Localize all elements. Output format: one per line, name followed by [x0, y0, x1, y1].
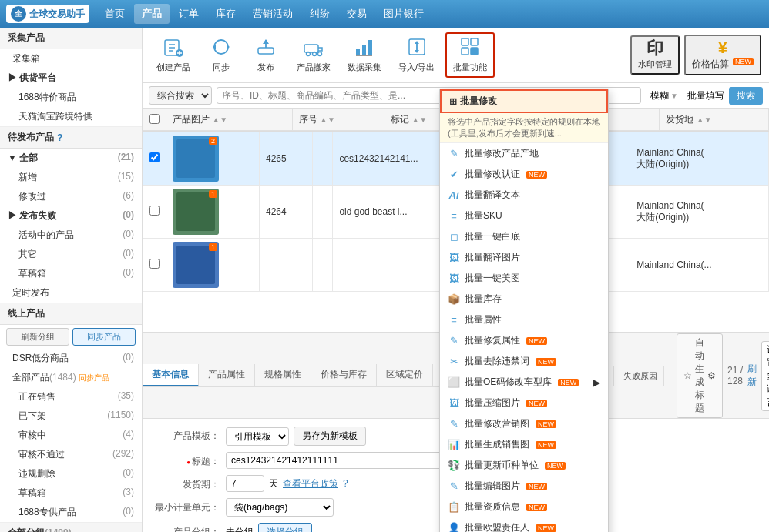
filter-sort-icon[interactable]: ▼ [670, 92, 678, 100]
detail-tabs: 基本信息 产品属性 规格属性 价格与库存 区域定价 详... [143, 364, 469, 387]
template-select[interactable]: 引用模板 [226, 427, 289, 446]
translate-img-icon: 🖼 [448, 252, 460, 263]
sidebar-item-active-products[interactable]: 活动中的产品 (0) [0, 226, 142, 245]
bulk-menu-item-sku[interactable]: ≡ 批量SKU [440, 206, 608, 226]
sidebar-item-pending-modified[interactable]: 修改过 (6) [0, 187, 142, 206]
delivery-label: 发货期： [150, 475, 220, 491]
sidebar-item-pending-all[interactable]: ▼ 全部 (21) [0, 149, 142, 168]
bulk-menu-item-inventory[interactable]: 📦 批量库存 [440, 289, 608, 309]
row1-checkbox[interactable] [149, 152, 160, 162]
bulk-menu-item-edit-img[interactable]: ✎ 批量编辑图片 NEW [440, 476, 608, 497]
sidebar-item-taobao[interactable]: 天猫淘宝跨境特供 [0, 107, 142, 126]
other-count: (0) [123, 248, 134, 261]
tab-product-attrs[interactable]: 产品属性 [199, 364, 255, 386]
bulk-menu-item-marketing-img[interactable]: ✎ 批量修改营销图 NEW [440, 413, 608, 434]
bulk-menu-item-remove-banned[interactable]: ✂ 批量去除违禁词 NEW [440, 351, 608, 372]
create-product-button[interactable]: 创建产品 [150, 34, 196, 76]
nav-marketing[interactable]: 营销活动 [245, 4, 301, 24]
sidebar-item-1688[interactable]: 1688特价商品 [0, 88, 142, 107]
bulk-menu-item-origin[interactable]: ✎ 批量修改产品产地 [440, 143, 608, 164]
tab-basic-info[interactable]: 基本信息 [143, 364, 199, 386]
nav-home[interactable]: 首页 [97, 4, 133, 24]
seq-sort[interactable]: ▲▼ [320, 115, 335, 124]
watermark-button[interactable]: 印 水印管理 [630, 35, 680, 75]
bulk-menu-item-oe-code[interactable]: ⬜ 批量OE码修改车型库 NEW ▶ [440, 372, 608, 393]
sidebar-item-publish-failed[interactable]: ▶ 发布失败 (0) [0, 206, 142, 226]
draft-count: (0) [123, 267, 134, 280]
svg-point-13 [307, 52, 311, 56]
tab-spec-attrs[interactable]: 规格属性 [255, 364, 311, 386]
bulk-menu-item-beauty-img[interactable]: 🖼 批量一键美图 [440, 268, 608, 289]
sidebar-item-pending-new[interactable]: 新增 (15) [0, 168, 142, 187]
sidebar-item-review-failed[interactable]: 审核不通过 (292) [0, 445, 142, 464]
auto-gen-title-button[interactable]: ☆ 自动生成标题 ⚙ [677, 333, 723, 418]
bulk-eu-rep-label: 批量欧盟责任人 [465, 521, 529, 532]
sidebar-item-on-sale[interactable]: 正在销售 (35) [0, 387, 142, 407]
select-all-checkbox[interactable] [149, 114, 160, 124]
bulk-menu-item-sales-img[interactable]: 📊 批量生成销售图 NEW [440, 434, 608, 455]
scrape-button[interactable]: 产品搬家 [290, 34, 337, 76]
bulk-menu-item-attrs[interactable]: ≡ 批量属性 [440, 309, 608, 330]
currency-icon: 💱 [448, 460, 460, 471]
nav-products[interactable]: 产品 [134, 4, 170, 24]
sidebar-item-collect-box[interactable]: 采集箱 [0, 49, 142, 69]
sidebar-item-offline[interactable]: 已下架 (1150) [0, 407, 142, 426]
row3-checkbox[interactable] [149, 259, 160, 269]
bulk-menu-item-white-bg[interactable]: ◻ 批量一键白底 [440, 226, 608, 247]
delivery-input[interactable] [226, 475, 264, 492]
bulk-menu-item-fix-attrs[interactable]: ✎ 批量修复属性 NEW [440, 330, 608, 351]
tab-region-price[interactable]: 区域定价 [377, 364, 433, 386]
row2-checkbox[interactable] [149, 206, 160, 216]
sidebar-item-online-draft[interactable]: 草稿箱 (3) [0, 483, 142, 503]
save-as-template-button[interactable]: 另存为新模板 [294, 427, 366, 446]
sync-button[interactable]: 同步 [201, 34, 241, 76]
data-collect-button[interactable]: 数据采集 [341, 34, 388, 76]
bulk-menu-item-translate[interactable]: Ai 批量翻译文本 [440, 185, 608, 206]
import-export-label: 导入/导出 [398, 62, 435, 73]
nav-disputes[interactable]: 纠纷 [302, 4, 337, 24]
mark-sort[interactable]: ▲▼ [411, 115, 427, 124]
sidebar-item-draft[interactable]: 草稿箱 (0) [0, 264, 142, 283]
bulk-menu-item-translate-img[interactable]: 🖼 批量翻译图片 [440, 247, 608, 268]
sidebar-item-dsr[interactable]: DSR低分商品 (0) [0, 349, 142, 368]
sidebar-item-reviewing[interactable]: 审核中 (4) [0, 426, 142, 445]
sidebar-item-all-products[interactable]: 全部产品(1484) 同步产品 [0, 368, 142, 387]
sync-products-button[interactable]: 同步产品 [72, 328, 136, 346]
delivery-policy-link[interactable]: 查看平台政策 [283, 477, 338, 490]
country-sort[interactable]: ▲▼ [697, 115, 712, 124]
on-sale-count: (35) [118, 390, 134, 403]
image-sort[interactable]: ▲▼ [212, 115, 227, 124]
min-order-select[interactable]: 袋(bag/bags) [226, 498, 334, 517]
bulk-function-button[interactable]: 批量功能 [445, 32, 495, 78]
sidebar-item-supply-platform[interactable]: ▶ 供货平台 [0, 69, 142, 88]
refresh-button[interactable]: 刷新 [747, 363, 757, 389]
sidebar-item-1688-exclusive[interactable]: 1688专供产品 (0) [0, 503, 142, 522]
search-type-select[interactable]: 综合搜索 [149, 86, 212, 105]
bulk-menu-item-compress-img[interactable]: 🖼 批量压缩图片 NEW [440, 393, 608, 413]
import-export-button[interactable]: 导入/导出 [392, 34, 441, 76]
sidebar-item-other[interactable]: 其它 (0) [0, 245, 142, 264]
sidebar-item-violation-deleted[interactable]: 违规删除 (0) [0, 464, 142, 483]
group-value: 未分组 [226, 526, 254, 532]
title-input[interactable] [226, 452, 457, 469]
bulk-menu-item-currency[interactable]: 💱 批量更新币种单位 NEW [440, 455, 608, 476]
sidebar-item-scheduled[interactable]: 定时发布 [0, 283, 142, 303]
nav-trading[interactable]: 交易 [339, 4, 374, 24]
dsr-count: (0) [123, 352, 134, 365]
tab-fail-reason[interactable]: 失败原因 [617, 366, 664, 386]
row2-seq: 4264 [260, 186, 313, 239]
set-language-button[interactable]: 设置多语言 [761, 341, 769, 411]
bulk-menu-item-cert[interactable]: ✔ 批量修改认证 NEW [440, 164, 608, 185]
nav-image-bank[interactable]: 图片银行 [376, 4, 432, 24]
cert-icon: ✔ [448, 169, 460, 180]
refresh-group-button[interactable]: 刷新分组 [6, 328, 69, 346]
price-estimate-button[interactable]: ¥ 价格估算 NEW [684, 35, 761, 75]
nav-inventory[interactable]: 库存 [208, 4, 243, 24]
tab-price-inventory[interactable]: 价格与库存 [311, 364, 377, 386]
bulk-menu-item-qualification[interactable]: 📋 批量资质信息 NEW [440, 497, 608, 517]
select-group-button[interactable]: 选择分组 [258, 523, 312, 532]
bulk-menu-item-eu-rep[interactable]: 👤 批量欧盟责任人 NEW [440, 517, 608, 532]
nav-orders[interactable]: 订单 [171, 4, 207, 24]
search-button[interactable]: 搜索 [729, 87, 763, 105]
publish-button[interactable]: 发布 [246, 34, 286, 76]
